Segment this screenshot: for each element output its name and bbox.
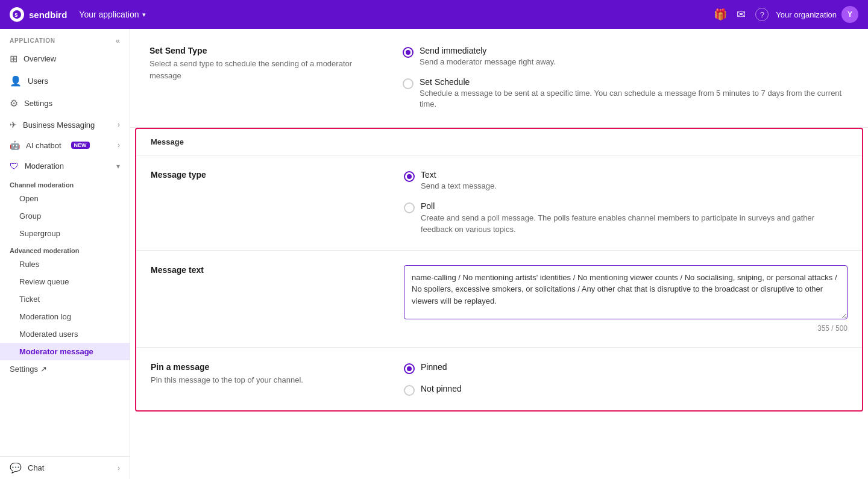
sidebar-item-business-messaging[interactable]: ✈ Business Messaging › (0, 114, 130, 135)
channel-moderation-label: Channel moderation (0, 177, 130, 190)
chevron-right-icon: › (118, 464, 120, 472)
radio-poll-circle[interactable] (404, 202, 415, 213)
radio-text[interactable]: Text Send a text message. (404, 170, 848, 192)
topnav: s sendbird Your application ▾ 🎁 ✉ ? Your… (0, 0, 868, 29)
sidebar-sub-item-moderated-users[interactable]: Moderated users (0, 325, 130, 343)
radio-not-pinned-circle[interactable] (404, 385, 415, 396)
send-immediately-label: Send immediately (420, 46, 556, 55)
chat-label: Chat (28, 463, 44, 472)
set-schedule-sublabel: Schedule a message to be sent at a speci… (420, 88, 849, 110)
sidebar-sub-item-moderator-message[interactable]: Moderator message (0, 343, 130, 360)
char-count: 355 / 500 (404, 324, 848, 333)
set-send-type-section: Set Send Type Select a send type to sche… (130, 29, 868, 128)
ticket-label: Ticket (19, 295, 40, 304)
rules-label: Rules (19, 260, 39, 269)
moderation-label: Moderation (25, 161, 64, 171)
app-selector[interactable]: Your application ▾ (79, 10, 146, 19)
sidebar-sub-item-group[interactable]: Group (0, 207, 130, 225)
sidebar-sub-item-ticket[interactable]: Ticket (0, 290, 130, 308)
pin-message-title: Pin a message (151, 362, 385, 372)
sidebar-item-label: Users (28, 77, 48, 86)
chevron-right-icon: › (118, 121, 120, 129)
overview-icon: ⊞ (10, 53, 17, 64)
radio-text-circle[interactable] (404, 171, 415, 182)
ai-chatbot-icon: 🤖 (10, 140, 20, 150)
message-text-block: Message text 355 / 500 (136, 251, 862, 348)
chat-icon: 💬 (10, 462, 22, 474)
set-send-type-title: Set Send Type (149, 46, 383, 55)
poll-label: Poll (421, 201, 848, 211)
sidebar: APPLICATION « ⊞ Overview 👤 Users ⚙ Setti… (0, 29, 130, 479)
message-section-header: Message (136, 129, 862, 155)
pinned-label: Pinned (421, 362, 447, 372)
poll-sublabel: Create and send a poll message. The poll… (421, 212, 848, 236)
send-immediately-sublabel: Send a moderator message right away. (420, 57, 556, 67)
set-send-type-desc: Select a send type to schedule the sendi… (149, 58, 383, 81)
chevron-down-icon: ▾ (116, 162, 120, 171)
radio-pinned[interactable]: Pinned (404, 362, 848, 374)
sidebar-item-label: Overview (24, 54, 56, 63)
new-badge: NEW (71, 142, 90, 149)
pin-message-block: Pin a message Pin this message to the to… (136, 348, 862, 410)
set-schedule-label: Set Schedule (420, 77, 849, 87)
sidebar-sub-item-open[interactable]: Open (0, 190, 130, 207)
sidebar-item-moderation[interactable]: 🛡 Moderation ▾ (0, 155, 130, 177)
sidebar-sub-item-supergroup[interactable]: Supergroup (0, 225, 130, 242)
radio-set-schedule[interactable]: Set Schedule Schedule a message to be se… (403, 77, 849, 110)
radio-send-immediately-circle[interactable] (403, 47, 414, 58)
radio-set-schedule-circle[interactable] (403, 78, 414, 89)
pin-options: Pinned Not pinned (404, 362, 848, 396)
sidebar-item-settings[interactable]: ⚙ Settings (0, 92, 130, 114)
logo-text: sendbird (29, 10, 67, 20)
topnav-icons: 🎁 ✉ ? (714, 8, 769, 21)
sidebar-item-overview[interactable]: ⊞ Overview (0, 48, 130, 70)
app-selector-label: Your application (79, 10, 139, 19)
settings-icon: ⚙ (10, 98, 18, 109)
sidebar-section-label: APPLICATION (10, 37, 55, 44)
org-label: Your organization (776, 10, 837, 19)
users-icon: 👤 (10, 75, 22, 87)
sidebar-sub-item-rules[interactable]: Rules (0, 255, 130, 273)
pin-message-desc: Pin this message to the top of your chan… (151, 374, 385, 386)
logo[interactable]: s sendbird (10, 7, 67, 22)
moderation-log-label: Moderation log (19, 312, 71, 321)
sidebar-item-users[interactable]: 👤 Users (0, 70, 130, 92)
collapse-icon[interactable]: « (116, 36, 120, 45)
message-type-title: Message type (151, 170, 385, 180)
review-queue-label: Review queue (19, 277, 69, 286)
group-label: Group (19, 211, 41, 221)
content-area: Set Send Type Select a send type to sche… (130, 29, 868, 479)
radio-send-immediately[interactable]: Send immediately Send a moderator messag… (403, 46, 849, 67)
sidebar-item-label: Settings (24, 99, 52, 108)
sidebar-item-label: AI chatbot (26, 141, 61, 150)
business-messaging-icon: ✈ (10, 120, 17, 130)
avatar: Y (841, 6, 858, 23)
chevron-down-icon: ▾ (142, 11, 146, 19)
moderated-users-label: Moderated users (19, 330, 78, 339)
message-text-area-col: 355 / 500 (404, 265, 848, 333)
radio-not-pinned[interactable]: Not pinned (404, 384, 848, 396)
gift-icon[interactable]: 🎁 (714, 8, 727, 21)
mail-icon[interactable]: ✉ (737, 8, 746, 21)
message-section: Message Message type Text (135, 128, 863, 412)
chevron-right-icon: › (118, 141, 120, 149)
text-label: Text (421, 170, 497, 180)
text-sublabel: Send a text message. (421, 181, 497, 192)
supergroup-label: Supergroup (19, 229, 60, 238)
sidebar-item-chat[interactable]: 💬 Chat › (0, 456, 130, 479)
org-selector[interactable]: Your organization Y (776, 6, 858, 23)
open-label: Open (19, 194, 39, 203)
main-content: Set Send Type Select a send type to sche… (130, 29, 868, 479)
message-type-block: Message type Text Send a text message. (136, 155, 862, 251)
radio-pinned-circle[interactable] (404, 363, 415, 374)
sidebar-item-ai-chatbot[interactable]: 🤖 AI chatbot NEW › (0, 135, 130, 155)
help-icon[interactable]: ? (755, 8, 769, 21)
svg-text:s: s (14, 11, 18, 18)
not-pinned-label: Not pinned (421, 384, 462, 393)
sidebar-sub-item-review-queue[interactable]: Review queue (0, 273, 130, 290)
sidebar-sub-item-settings-link[interactable]: Settings ↗ (0, 360, 130, 378)
sidebar-sub-item-moderation-log[interactable]: Moderation log (0, 308, 130, 325)
message-text-input[interactable] (404, 265, 848, 319)
radio-poll[interactable]: Poll Create and send a poll message. The… (404, 201, 848, 236)
sidebar-item-label: Business Messaging (23, 121, 95, 130)
